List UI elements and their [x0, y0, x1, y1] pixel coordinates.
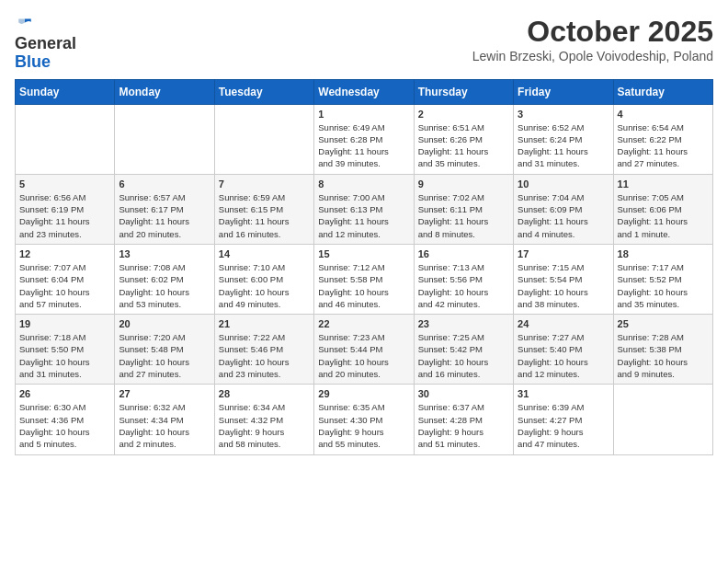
calendar-cell: 5Sunrise: 6:56 AM Sunset: 6:19 PM Daylig…	[16, 174, 115, 244]
calendar-week-3: 12Sunrise: 7:07 AM Sunset: 6:04 PM Dayli…	[16, 244, 713, 314]
calendar-header-row: SundayMondayTuesdayWednesdayThursdayFrid…	[16, 79, 713, 104]
calendar-cell: 31Sunrise: 6:39 AM Sunset: 4:27 PM Dayli…	[514, 385, 613, 454]
calendar-cell: 4Sunrise: 6:54 AM Sunset: 6:22 PM Daylig…	[613, 104, 712, 174]
day-number: 16	[418, 248, 509, 259]
day-info: Sunrise: 7:12 AM Sunset: 5:58 PM Dayligh…	[318, 261, 409, 310]
weekday-header-tuesday: Tuesday	[214, 79, 313, 104]
calendar-cell: 23Sunrise: 7:25 AM Sunset: 5:42 PM Dayli…	[414, 315, 513, 385]
calendar-cell: 27Sunrise: 6:32 AM Sunset: 4:34 PM Dayli…	[115, 385, 214, 454]
day-number: 25	[618, 318, 709, 329]
day-number: 10	[518, 178, 609, 190]
day-info: Sunrise: 7:04 AM Sunset: 6:09 PM Dayligh…	[518, 191, 609, 240]
calendar-cell: 6Sunrise: 6:57 AM Sunset: 6:17 PM Daylig…	[115, 174, 214, 244]
day-number: 18	[618, 248, 709, 259]
calendar-cell: 26Sunrise: 6:30 AM Sunset: 4:36 PM Dayli…	[16, 385, 115, 454]
weekday-header-thursday: Thursday	[414, 79, 513, 104]
day-number: 19	[19, 318, 110, 329]
day-info: Sunrise: 7:18 AM Sunset: 5:50 PM Dayligh…	[19, 331, 110, 380]
day-info: Sunrise: 6:52 AM Sunset: 6:24 PM Dayligh…	[518, 121, 609, 170]
day-number: 2	[418, 109, 509, 120]
day-number: 23	[418, 318, 509, 329]
day-number: 11	[618, 178, 709, 190]
location-title: Lewin Brzeski, Opole Voivodeship, Poland	[472, 49, 713, 63]
day-info: Sunrise: 7:17 AM Sunset: 5:52 PM Dayligh…	[618, 261, 709, 310]
calendar-cell: 14Sunrise: 7:10 AM Sunset: 6:00 PM Dayli…	[214, 244, 313, 314]
weekday-header-monday: Monday	[115, 79, 214, 104]
calendar-week-1: 1Sunrise: 6:49 AM Sunset: 6:28 PM Daylig…	[16, 104, 713, 174]
day-info: Sunrise: 7:07 AM Sunset: 6:04 PM Dayligh…	[19, 261, 110, 310]
day-number: 13	[119, 248, 210, 259]
day-info: Sunrise: 6:30 AM Sunset: 4:36 PM Dayligh…	[19, 401, 110, 450]
day-info: Sunrise: 6:54 AM Sunset: 6:22 PM Dayligh…	[618, 121, 709, 170]
calendar-table: SundayMondayTuesdayWednesdayThursdayFrid…	[15, 79, 713, 455]
calendar-cell: 19Sunrise: 7:18 AM Sunset: 5:50 PM Dayli…	[16, 315, 115, 385]
day-number: 15	[318, 248, 409, 259]
day-info: Sunrise: 6:37 AM Sunset: 4:28 PM Dayligh…	[418, 401, 509, 450]
day-info: Sunrise: 6:57 AM Sunset: 6:17 PM Dayligh…	[119, 191, 210, 240]
day-number: 17	[518, 248, 609, 259]
day-info: Sunrise: 6:56 AM Sunset: 6:19 PM Dayligh…	[19, 191, 110, 240]
day-number: 6	[119, 178, 210, 190]
day-number: 20	[119, 318, 210, 329]
day-number: 21	[219, 318, 310, 329]
day-info: Sunrise: 7:10 AM Sunset: 6:00 PM Dayligh…	[219, 261, 310, 310]
calendar-cell: 29Sunrise: 6:35 AM Sunset: 4:30 PM Dayli…	[314, 385, 414, 454]
calendar-cell: 22Sunrise: 7:23 AM Sunset: 5:44 PM Dayli…	[314, 315, 414, 385]
day-info: Sunrise: 7:15 AM Sunset: 5:54 PM Dayligh…	[518, 261, 609, 310]
calendar-cell: 24Sunrise: 7:27 AM Sunset: 5:40 PM Dayli…	[514, 315, 613, 385]
calendar-cell: 10Sunrise: 7:04 AM Sunset: 6:09 PM Dayli…	[514, 174, 613, 244]
calendar-cell: 12Sunrise: 7:07 AM Sunset: 6:04 PM Dayli…	[16, 244, 115, 314]
calendar-cell: 30Sunrise: 6:37 AM Sunset: 4:28 PM Dayli…	[414, 385, 513, 454]
calendar-cell: 25Sunrise: 7:28 AM Sunset: 5:38 PM Dayli…	[613, 315, 712, 385]
day-number: 8	[318, 178, 409, 190]
day-info: Sunrise: 6:35 AM Sunset: 4:30 PM Dayligh…	[318, 401, 409, 450]
weekday-header-friday: Friday	[514, 79, 613, 104]
calendar-cell: 21Sunrise: 7:22 AM Sunset: 5:46 PM Dayli…	[214, 315, 313, 385]
calendar-week-2: 5Sunrise: 6:56 AM Sunset: 6:19 PM Daylig…	[16, 174, 713, 244]
day-number: 12	[19, 248, 110, 259]
day-number: 24	[518, 318, 609, 329]
day-info: Sunrise: 6:32 AM Sunset: 4:34 PM Dayligh…	[119, 401, 210, 450]
calendar-cell: 15Sunrise: 7:12 AM Sunset: 5:58 PM Dayli…	[314, 244, 414, 314]
day-info: Sunrise: 7:13 AM Sunset: 5:56 PM Dayligh…	[418, 261, 509, 310]
day-info: Sunrise: 6:49 AM Sunset: 6:28 PM Dayligh…	[318, 121, 409, 170]
calendar-cell: 16Sunrise: 7:13 AM Sunset: 5:56 PM Dayli…	[414, 244, 513, 314]
month-title: October 2025	[472, 15, 713, 49]
day-number: 5	[19, 178, 110, 190]
day-number: 28	[219, 388, 310, 399]
day-info: Sunrise: 6:34 AM Sunset: 4:32 PM Dayligh…	[219, 401, 310, 450]
day-info: Sunrise: 7:02 AM Sunset: 6:11 PM Dayligh…	[418, 191, 509, 240]
day-number: 31	[518, 388, 609, 399]
day-number: 29	[318, 388, 409, 399]
day-info: Sunrise: 6:39 AM Sunset: 4:27 PM Dayligh…	[518, 401, 609, 450]
calendar-cell: 1Sunrise: 6:49 AM Sunset: 6:28 PM Daylig…	[314, 104, 414, 174]
title-block: October 2025 Lewin Brzeski, Opole Voivod…	[472, 15, 713, 63]
calendar-cell	[214, 104, 313, 174]
calendar-cell	[16, 104, 115, 174]
calendar-cell: 18Sunrise: 7:17 AM Sunset: 5:52 PM Dayli…	[613, 244, 712, 314]
day-info: Sunrise: 7:28 AM Sunset: 5:38 PM Dayligh…	[618, 331, 709, 380]
calendar-cell: 7Sunrise: 6:59 AM Sunset: 6:15 PM Daylig…	[214, 174, 313, 244]
day-info: Sunrise: 7:20 AM Sunset: 5:48 PM Dayligh…	[119, 331, 210, 380]
calendar-cell: 3Sunrise: 6:52 AM Sunset: 6:24 PM Daylig…	[514, 104, 613, 174]
logo: General Blue	[15, 15, 76, 72]
day-info: Sunrise: 7:05 AM Sunset: 6:06 PM Dayligh…	[618, 191, 709, 240]
weekday-header-wednesday: Wednesday	[314, 79, 414, 104]
calendar-cell: 28Sunrise: 6:34 AM Sunset: 4:32 PM Dayli…	[214, 385, 313, 454]
calendar-cell: 11Sunrise: 7:05 AM Sunset: 6:06 PM Dayli…	[613, 174, 712, 244]
day-info: Sunrise: 7:27 AM Sunset: 5:40 PM Dayligh…	[518, 331, 609, 380]
day-number: 14	[219, 248, 310, 259]
calendar-week-5: 26Sunrise: 6:30 AM Sunset: 4:36 PM Dayli…	[16, 385, 713, 454]
day-info: Sunrise: 7:25 AM Sunset: 5:42 PM Dayligh…	[418, 331, 509, 380]
calendar-cell: 9Sunrise: 7:02 AM Sunset: 6:11 PM Daylig…	[414, 174, 513, 244]
day-info: Sunrise: 7:08 AM Sunset: 6:02 PM Dayligh…	[119, 261, 210, 310]
calendar-cell: 17Sunrise: 7:15 AM Sunset: 5:54 PM Dayli…	[514, 244, 613, 314]
day-number: 3	[518, 109, 609, 120]
calendar-cell: 2Sunrise: 6:51 AM Sunset: 6:26 PM Daylig…	[414, 104, 513, 174]
calendar-cell	[115, 104, 214, 174]
day-number: 26	[19, 388, 110, 399]
day-info: Sunrise: 7:23 AM Sunset: 5:44 PM Dayligh…	[318, 331, 409, 380]
calendar-cell	[613, 385, 712, 454]
page-header: General Blue October 2025 Lewin Brzeski,…	[15, 15, 713, 72]
day-info: Sunrise: 7:00 AM Sunset: 6:13 PM Dayligh…	[318, 191, 409, 240]
